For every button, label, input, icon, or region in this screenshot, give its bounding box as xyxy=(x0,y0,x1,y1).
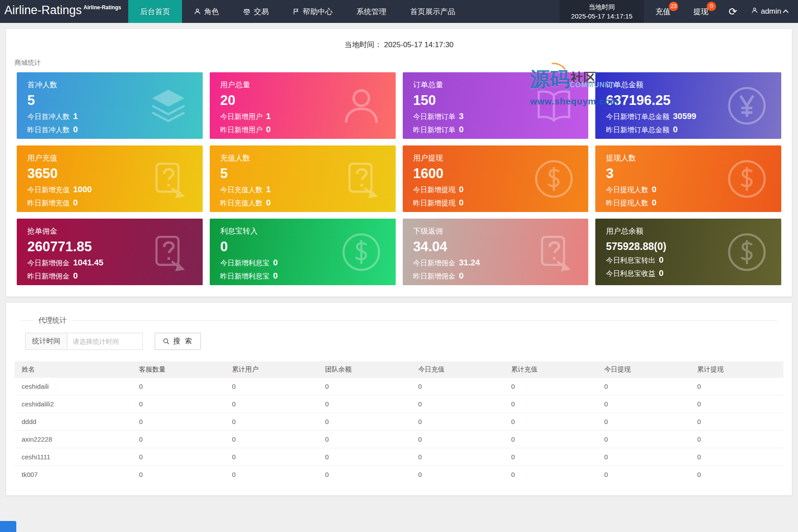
table-cell: 0 xyxy=(692,466,783,484)
table-cell: 0 xyxy=(413,378,506,395)
table-body: ceshidaili0000000ceshidalili20000000dddd… xyxy=(15,378,783,483)
table-cell: 0 xyxy=(692,378,783,395)
column-header: 累计提现 xyxy=(692,361,783,378)
withdraw-label: 提现 xyxy=(693,7,708,17)
table-cell: 0 xyxy=(506,378,599,395)
agent-filter-row: 统计时间 搜 索 xyxy=(25,333,777,350)
stat-card: 用户总量20今日新增用户1昨日新增用户0 xyxy=(210,72,396,139)
table-cell: 0 xyxy=(320,395,413,413)
brand-subname: Airline-Ratings xyxy=(84,4,121,11)
table-cell: 0 xyxy=(227,413,320,431)
doc-question-icon xyxy=(340,158,382,200)
table-cell: ceshi1111 xyxy=(15,448,134,466)
brand-name: Airline-Ratings xyxy=(4,4,82,17)
agent-section-title: 代理统计 xyxy=(33,316,72,325)
table-cell: ceshidaili xyxy=(15,378,134,395)
dollar-icon xyxy=(340,231,382,273)
table-row: ceshidalili20000000 xyxy=(15,395,783,413)
doc-question-icon xyxy=(147,158,189,200)
table-cell: 0 xyxy=(599,413,692,431)
nav-item-label: 首页展示产品 xyxy=(410,7,455,17)
doc-question-icon xyxy=(533,231,575,273)
column-header: 客服数量 xyxy=(134,361,226,378)
stat-card: 订单总量150今日新增订单3昨日新增订单0 xyxy=(403,72,589,139)
dollar-icon xyxy=(533,158,575,200)
stat-card: 订单总金额637196.25今日新增订单总金额30599昨日新增订单总金额0 xyxy=(595,72,781,139)
nav-item-5[interactable]: 系统管理 xyxy=(345,0,398,23)
table-row: axin222280000000 xyxy=(15,431,783,448)
flag-icon xyxy=(293,8,300,15)
book-icon xyxy=(533,85,575,127)
local-time-banner: 当地时间： 2025-05-17 14:17:30 xyxy=(6,29,792,50)
table-cell: 0 xyxy=(413,413,506,431)
column-header: 累计充值 xyxy=(506,361,599,378)
person-icon xyxy=(340,85,382,127)
table-cell: dddd xyxy=(15,413,134,431)
local-time-value: 2025-05-17 14:17:15 xyxy=(571,11,632,21)
table-cell: 0 xyxy=(320,431,413,448)
agent-panel: 代理统计 统计时间 搜 索 姓名客服数量累计用户团队余额今日充值累计充值今日提现… xyxy=(6,303,792,495)
recharge-badge: 23 xyxy=(669,2,678,11)
dollar-icon xyxy=(726,231,768,273)
table-cell: 0 xyxy=(413,466,506,484)
refresh-icon[interactable]: ⟳ xyxy=(720,0,746,23)
table-cell: 0 xyxy=(320,466,413,484)
table-cell: 0 xyxy=(134,431,226,448)
table-cell: 0 xyxy=(599,431,692,448)
stat-card: 提现人数3今日提现人数0昨日提现人数0 xyxy=(595,145,781,212)
table-cell: 0 xyxy=(134,378,226,395)
user-menu[interactable]: admin xyxy=(746,0,798,23)
stat-card: 用户总余额575928.88(0)今日利息宝转出0今日利息宝收益0 xyxy=(595,219,781,285)
table-header-row: 姓名客服数量累计用户团队余额今日充值累计充值今日提现累计提现 xyxy=(15,361,783,378)
column-header: 团队余额 xyxy=(320,361,413,378)
local-time-block: 当地时间 2025-05-17 14:17:15 xyxy=(560,0,644,23)
table-cell: 0 xyxy=(227,466,320,484)
table-cell: 0 xyxy=(692,395,783,413)
nav-item-6[interactable]: 首页展示产品 xyxy=(398,0,467,23)
table-row: tk0070000000 xyxy=(15,466,783,484)
floating-widget[interactable] xyxy=(0,521,16,532)
table-row: dddd0000000 xyxy=(15,413,783,431)
stat-card: 利息宝转入0今日新增利息宝0昨日新增利息宝0 xyxy=(210,219,396,285)
table-row: ceshidaili0000000 xyxy=(15,378,783,395)
nav-item-4[interactable]: 帮助中心 xyxy=(281,0,345,23)
withdraw-button[interactable]: 提现 0 xyxy=(682,0,720,23)
table-cell: 0 xyxy=(506,395,599,413)
nav-item-3[interactable]: 交易 xyxy=(231,0,281,23)
column-header: 今日充值 xyxy=(413,361,506,378)
stat-time-input[interactable] xyxy=(67,333,143,350)
table-cell: 0 xyxy=(227,448,320,466)
navbar-right: 当地时间 2025-05-17 14:17:15 充值 23 提现 0 ⟳ ad… xyxy=(560,0,798,23)
nav-item-2[interactable]: 角色 xyxy=(182,0,231,23)
filter-label: 统计时间 xyxy=(25,333,67,350)
table-cell: 0 xyxy=(506,431,599,448)
column-header: 累计用户 xyxy=(227,361,320,378)
table-cell: 0 xyxy=(134,395,226,413)
username: admin xyxy=(761,7,781,16)
stats-panel: 当地时间： 2025-05-17 14:17:30 商城统计 首冲人数5今日首冲… xyxy=(6,29,792,297)
table-cell: 0 xyxy=(134,413,226,431)
table-cell: 0 xyxy=(599,448,692,466)
recharge-button[interactable]: 充值 23 xyxy=(644,0,682,23)
chevron-up-icon xyxy=(783,9,789,15)
user-icon xyxy=(194,8,201,15)
user-icon xyxy=(751,7,758,16)
agent-fieldset: 代理统计 统计时间 搜 索 xyxy=(21,316,777,350)
table-cell: 0 xyxy=(599,378,692,395)
nav-item-label: 角色 xyxy=(204,7,219,17)
table-cell: 0 xyxy=(227,395,320,413)
stat-card: 用户充值3650今日新增充值1000昨日新增充值0 xyxy=(17,145,203,212)
search-button[interactable]: 搜 索 xyxy=(155,333,201,350)
table-cell: 0 xyxy=(599,395,692,413)
nav-item-1[interactable]: 后台首页 xyxy=(128,0,182,23)
yen-icon xyxy=(726,85,768,127)
withdraw-badge: 0 xyxy=(707,2,716,11)
brand-logo[interactable]: Airline-Ratings Airline-Ratings xyxy=(0,0,126,23)
stat-cards-grid: 首冲人数5今日首冲人数1昨日首冲人数0用户总量20今日新增用户1昨日新增用户0订… xyxy=(17,72,781,285)
nav-item-label: 后台首页 xyxy=(140,7,170,17)
table-cell: 0 xyxy=(692,413,783,431)
table-cell: ceshidalili2 xyxy=(15,395,134,413)
dollar-icon xyxy=(726,158,768,200)
recharge-label: 充值 xyxy=(655,7,670,17)
agent-table: 姓名客服数量累计用户团队余额今日充值累计充值今日提现累计提现 ceshidail… xyxy=(15,361,783,483)
